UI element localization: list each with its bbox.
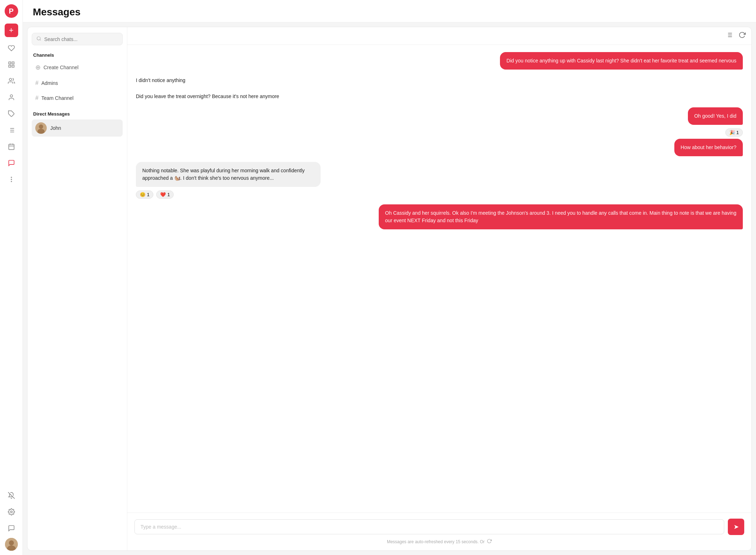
filter-icon[interactable] (726, 31, 733, 40)
chat-area: Did you notice anything up with Cassidy … (127, 27, 751, 550)
create-channel-label: Create Channel (44, 65, 78, 70)
svg-point-23 (9, 540, 14, 545)
app-logo: P (5, 4, 18, 18)
nav-bar: P + (0, 0, 23, 555)
message-4: Oh good! Yes, I did (688, 107, 743, 125)
svg-line-20 (8, 492, 14, 499)
svg-line-26 (40, 40, 41, 41)
svg-point-5 (10, 95, 12, 97)
svg-point-25 (37, 37, 40, 40)
auto-refresh-icon (487, 539, 492, 545)
svg-point-28 (39, 124, 43, 129)
message-5: How about her behavior? (674, 139, 743, 156)
create-channel-icon: ⊕ (35, 63, 41, 71)
user-avatar[interactable] (5, 538, 18, 551)
send-icon: ➤ (734, 523, 739, 531)
search-input[interactable] (44, 36, 118, 42)
nav-person-icon[interactable] (5, 91, 18, 104)
svg-point-4 (9, 78, 12, 81)
svg-rect-3 (9, 65, 11, 67)
search-box[interactable] (32, 33, 123, 45)
nav-settings-icon[interactable] (5, 505, 18, 519)
channels-label: Channels (32, 52, 123, 58)
nav-tag-icon[interactable] (5, 107, 18, 121)
nav-report-icon[interactable] (5, 123, 18, 137)
message-1: Did you notice anything up with Cassidy … (500, 52, 743, 70)
dm-name-john: John (50, 125, 61, 131)
page-header: Messages (23, 0, 756, 22)
main-content: Messages Channels ⊕ Create Channel # Adm… (23, 0, 756, 555)
search-icon (36, 36, 41, 42)
channel-hash-icon: # (35, 80, 39, 86)
message-6: Nothing notable. She was playful during … (136, 162, 321, 187)
reaction-badge-heart[interactable]: ❤️ 1 (156, 190, 174, 199)
svg-point-19 (11, 181, 12, 182)
message-7: Oh Cassidy and her squirrels. Ok also I'… (379, 204, 743, 229)
messages-container: Did you notice anything up with Cassidy … (127, 45, 751, 513)
add-button[interactable]: + (5, 24, 18, 37)
dm-label: Direct Messages (32, 111, 123, 117)
channel-item-admins[interactable]: # Admins (32, 77, 123, 89)
nav-grid-icon[interactable] (5, 58, 18, 71)
create-channel-button[interactable]: ⊕ Create Channel (32, 61, 123, 74)
auto-refresh-text: Messages are auto-refreshed every 15 sec… (134, 539, 744, 545)
svg-rect-2 (12, 65, 14, 67)
send-button[interactable]: ➤ (728, 519, 744, 535)
messages-layout: Channels ⊕ Create Channel # Admins # Tea… (27, 27, 752, 551)
dm-avatar-john (35, 122, 47, 134)
message-3: Did you leave the treat overnight? Becau… (136, 91, 279, 102)
reaction-badge-smile[interactable]: 😊 1 (136, 190, 153, 199)
chat-header (127, 27, 751, 45)
svg-point-21 (10, 511, 12, 513)
refresh-icon[interactable] (739, 31, 746, 40)
channel-name-team: Team Channel (41, 95, 73, 101)
nav-heart-icon[interactable] (5, 41, 18, 55)
channel-hash-icon-2: # (35, 95, 39, 101)
channel-name-admins: Admins (41, 80, 58, 86)
input-row: ➤ (134, 519, 744, 535)
nav-message-bottom-icon[interactable] (5, 521, 18, 535)
nav-chat-icon[interactable] (5, 156, 18, 170)
page-title: Messages (33, 6, 746, 18)
svg-rect-1 (12, 62, 14, 64)
svg-point-18 (11, 179, 12, 180)
message-group-left-1: Nothing notable. She was playful during … (136, 162, 444, 199)
nav-calendar-icon[interactable] (5, 140, 18, 153)
reaction-row-6: 😊 1 ❤️ 1 (136, 190, 174, 199)
sidebar: Channels ⊕ Create Channel # Admins # Tea… (27, 27, 127, 550)
nav-bell-off-icon[interactable] (5, 489, 18, 502)
svg-rect-0 (9, 62, 11, 64)
reaction-row-4: 🎉 1 (725, 128, 743, 137)
reaction-badge-party[interactable]: 🎉 1 (725, 128, 743, 137)
svg-rect-13 (9, 144, 14, 149)
message-2: I didn't notice anything (136, 75, 185, 86)
nav-more-icon[interactable] (5, 173, 18, 186)
message-group-right-1: Oh good! Yes, I did 🎉 1 How about her be… (674, 107, 743, 156)
channel-item-team[interactable]: # Team Channel (32, 92, 123, 104)
input-area: ➤ Messages are auto-refreshed every 15 s… (127, 513, 751, 550)
svg-point-17 (11, 177, 12, 178)
message-input[interactable] (134, 519, 724, 534)
dm-item-john[interactable]: John (32, 119, 123, 137)
nav-users-icon[interactable] (5, 74, 18, 88)
